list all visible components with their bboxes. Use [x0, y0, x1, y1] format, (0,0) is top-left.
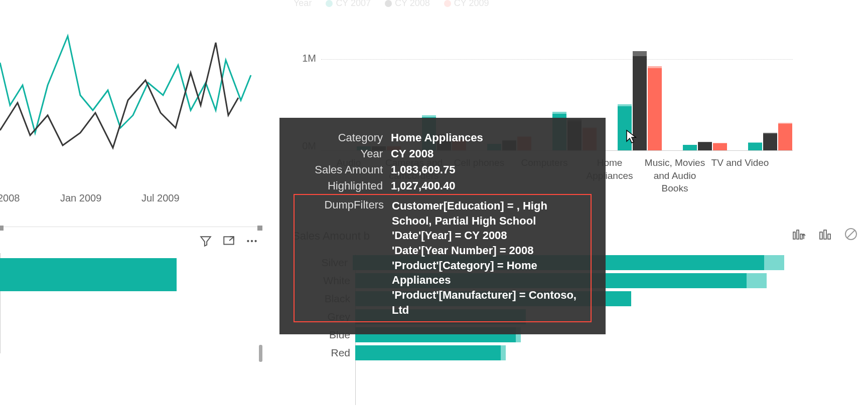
dump-filters-value: Customer[Education] = , High School, Par… [388, 197, 591, 319]
x-category-label: TV and Video [707, 156, 773, 169]
visual-header-toolbar [199, 235, 258, 248]
tooltip-value: 1,027,400.40 [387, 178, 592, 194]
bar-group-home-appliances[interactable] [612, 51, 667, 150]
x-tick-label: Jan 2009 [60, 192, 101, 204]
line-chart-svg [0, 10, 266, 200]
focus-mode-icon[interactable] [222, 235, 235, 248]
svg-rect-8 [824, 230, 826, 239]
tooltip-value: CY 2008 [387, 146, 592, 162]
tooltip-value: Home Appliances [387, 130, 592, 146]
bar-group-music[interactable] [677, 142, 733, 150]
x-tick-label: Jul 2009 [141, 192, 180, 204]
x-category-label: Music, Movies and Audio Books [642, 156, 707, 195]
svg-point-3 [254, 240, 256, 242]
svg-line-11 [847, 230, 855, 238]
svg-point-1 [247, 240, 249, 242]
drill-up-icon[interactable] [792, 227, 807, 241]
tooltip-label: Category [294, 130, 387, 146]
tooltip-label: Year [294, 146, 387, 162]
filter-icon[interactable] [199, 235, 212, 248]
tooltip-label: Sales Amount [294, 162, 387, 178]
chart-tooltip: CategoryHome Appliances YearCY 2008 Sale… [279, 118, 606, 334]
tooltip-dump-row: DumpFilters Customer[Education] = , High… [294, 194, 592, 322]
tooltip-row: Sales Amount1,083,609.75 [294, 162, 592, 178]
tooltip-value: 1,083,609.75 [387, 162, 592, 178]
tooltip-table: CategoryHome Appliances YearCY 2008 Sale… [294, 130, 592, 322]
tooltip-label: Highlighted [294, 178, 387, 194]
disabled-icon[interactable] [844, 227, 858, 241]
svg-point-2 [251, 240, 253, 242]
svg-rect-4 [793, 232, 795, 239]
single-bar[interactable] [0, 258, 177, 291]
hbar-row[interactable]: Red [293, 345, 784, 361]
more-options-icon[interactable] [245, 235, 258, 248]
tooltip-row: CategoryHome Appliances [294, 130, 592, 146]
svg-rect-9 [828, 234, 830, 239]
hbar-category-label: Red [293, 347, 355, 359]
bottom-left-visual[interactable] [0, 227, 261, 377]
line-chart[interactable]: 2008 Jan 2009 Jul 2009 [0, 10, 266, 200]
tooltip-label: DumpFilters [295, 197, 388, 319]
scrollbar-thumb[interactable] [259, 345, 262, 362]
x-tick-label: 2008 [0, 192, 20, 204]
svg-rect-6 [800, 234, 802, 239]
selection-handle-icon[interactable] [0, 226, 4, 231]
line-chart-x-axis: 2008 Jan 2009 Jul 2009 [0, 192, 266, 208]
bar-group-tv[interactable] [743, 123, 798, 150]
y-tick-label: 1M [291, 53, 316, 64]
drill-down-icon[interactable] [818, 227, 833, 241]
selection-handle-icon[interactable] [257, 226, 262, 231]
svg-rect-5 [797, 230, 799, 239]
dump-filters-highlight-box: DumpFilters Customer[Education] = , High… [294, 194, 592, 322]
svg-rect-7 [820, 232, 822, 239]
hbar-toolbar [792, 227, 858, 241]
tooltip-row: Highlighted1,027,400.40 [294, 178, 592, 194]
tooltip-row: YearCY 2008 [294, 146, 592, 162]
mouse-cursor-icon [626, 129, 638, 144]
